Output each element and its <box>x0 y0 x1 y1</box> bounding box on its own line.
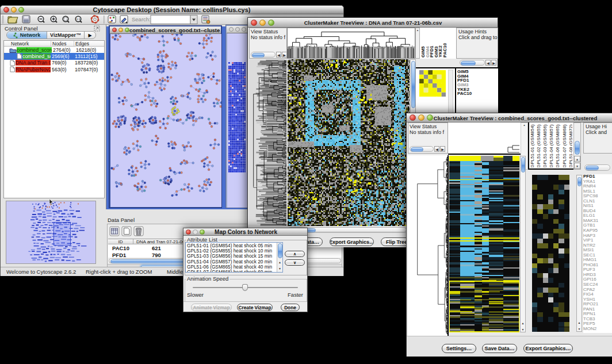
svg-text:Search:: Search: <box>132 16 151 22</box>
svg-text:GPL51-03 (GSM856): GPL51-03 (GSM856) <box>542 124 548 167</box>
svg-text:1:1: 1:1 <box>76 17 81 21</box>
svg-text:GPL51-01 (GSM854): GPL51-01 (GSM854) <box>530 124 535 167</box>
svg-text:GPL51-06 (GSM865): GPL51-06 (GSM865) <box>555 124 560 167</box>
svg-text:PAC10: PAC10 <box>442 43 447 58</box>
svg-text:GPL51-02 (GSM855): GPL51-02 (GSM855) <box>536 124 541 167</box>
svg-text:GPL51-07 (GSM868): GPL51-07 (GSM868) <box>562 124 567 167</box>
svg-text:GPL51-04 (GSM857): GPL51-04 (GSM857) <box>549 124 554 167</box>
svg-text:GPL51-08 (GSM872): GPL51-08 (GSM872) <box>568 124 572 167</box>
